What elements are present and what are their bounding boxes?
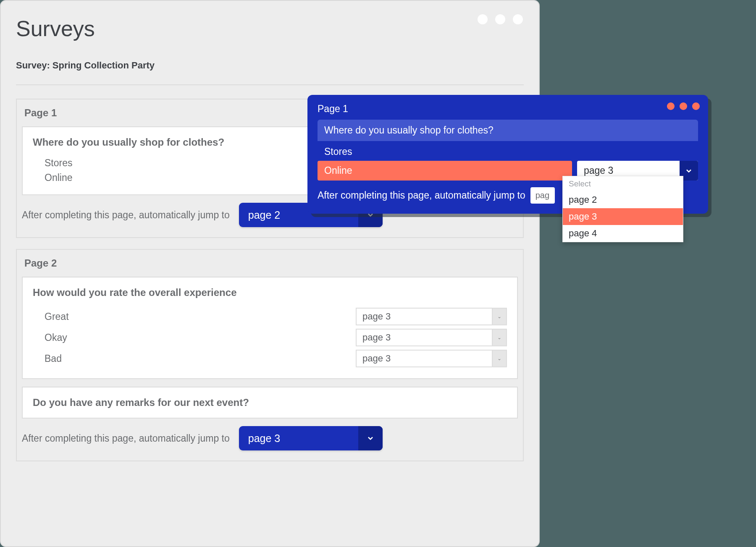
answer-option[interactable]: Okay page 3 ⌄: [33, 327, 507, 348]
question-heading: Do you have any remarks for our next eve…: [33, 397, 507, 408]
answer-label: Online: [45, 172, 72, 183]
answer-jump-select[interactable]: page 3 ⌄: [356, 308, 507, 325]
question-heading: How would you rate the overall experienc…: [33, 287, 507, 298]
chevron-down-icon: ⌄: [492, 351, 506, 366]
window-dot-icon[interactable]: [478, 14, 488, 24]
window-dot-icon[interactable]: [495, 14, 505, 24]
popup-answer-option[interactable]: Stores: [318, 141, 698, 161]
select-value: page 3: [239, 426, 358, 450]
popup-answer-option-selected[interactable]: Online: [318, 161, 572, 181]
jump-select-dropdown[interactable]: Select page 2 page 3 page 4: [562, 176, 683, 242]
answer-label: Bad: [45, 353, 62, 364]
survey-editor-window: Surveys Survey: Spring Collection Party …: [0, 0, 540, 547]
select-value: page 3: [357, 330, 492, 345]
popup-page-label: Page 1: [318, 103, 698, 115]
popup-question: Where do you usually shop for clothes?: [318, 120, 698, 141]
question-card[interactable]: Do you have any remarks for our next eve…: [22, 387, 518, 419]
answer-option[interactable]: Bad page 3 ⌄: [33, 348, 507, 369]
dropdown-option[interactable]: page 4: [563, 225, 683, 242]
popup-dot-icon[interactable]: [667, 102, 675, 110]
answer-jump-select[interactable]: page 3 ⌄: [356, 350, 507, 367]
chevron-down-icon: [358, 426, 383, 450]
page-title: Surveys: [16, 16, 524, 41]
answer-label: Stores: [45, 157, 72, 169]
survey-page-block: Page 2 How would you rate the overall ex…: [16, 249, 524, 461]
answer-label: Great: [45, 311, 69, 322]
answer-option[interactable]: Great page 3 ⌄: [33, 306, 507, 327]
dropdown-option-highlighted[interactable]: page 3: [563, 208, 683, 225]
jump-label: After completing this page, automaticall…: [22, 433, 230, 444]
popup-dot-icon[interactable]: [680, 102, 687, 110]
window-controls: [478, 14, 523, 24]
select-value: page 3: [357, 351, 492, 366]
jump-row: After completing this page, automaticall…: [17, 426, 523, 461]
popup-controls: [667, 102, 700, 110]
answer-label: Okay: [45, 332, 67, 343]
window-dot-icon[interactable]: [513, 14, 523, 24]
dropdown-option[interactable]: page 2: [563, 191, 683, 208]
page-jump-select[interactable]: page 3: [239, 426, 383, 450]
chevron-down-icon: ⌄: [492, 309, 506, 325]
dropdown-placeholder: Select: [563, 176, 683, 191]
page-label: Page 2: [17, 250, 523, 277]
survey-name: Survey: Spring Collection Party: [16, 60, 524, 71]
chevron-down-icon: ⌄: [492, 330, 506, 345]
answer-jump-select[interactable]: page 3 ⌄: [356, 329, 507, 346]
popup-jump-label: After completing this page, automaticall…: [318, 190, 525, 201]
select-value: page 3: [357, 309, 492, 325]
popup-dot-icon[interactable]: [692, 102, 700, 110]
question-card[interactable]: How would you rate the overall experienc…: [22, 277, 518, 379]
divider: [16, 84, 524, 85]
jump-label: After completing this page, automaticall…: [22, 209, 230, 221]
popup-jump-input[interactable]: pag: [530, 187, 555, 204]
